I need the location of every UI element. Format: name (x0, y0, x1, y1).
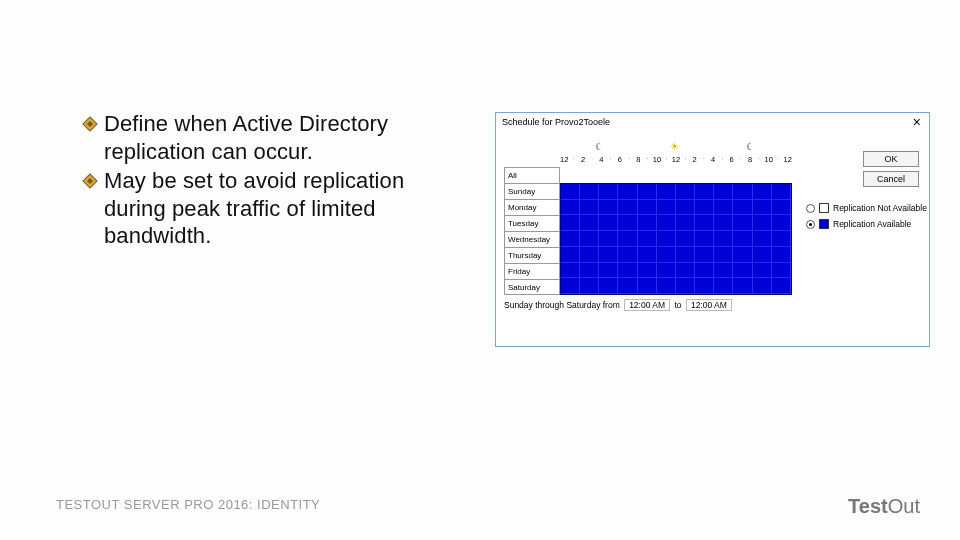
moon-icon: ☾ (595, 141, 604, 152)
radio-icon[interactable] (806, 204, 815, 213)
status-range: Sunday through Saturday from (504, 300, 620, 310)
legend-label: Replication Not Available (833, 203, 927, 213)
brand-logo: TestOut (848, 495, 920, 518)
day-wednesday[interactable]: Wednesday (504, 231, 560, 247)
day-thursday[interactable]: Thursday (504, 247, 560, 263)
legend-label: Replication Available (833, 219, 911, 229)
hour-labels: 12· 2· 4· 6· 8· 10· 12· 2· 4· 6· 8· 10· … (560, 155, 792, 164)
bullet-item: Define when Active Directory replication… (82, 110, 462, 165)
bullet-text: May be set to avoid replication during p… (104, 167, 462, 250)
moon-icon: ☾ (746, 141, 755, 152)
brand-bold: Test (848, 495, 888, 517)
radio-icon[interactable] (806, 220, 815, 229)
close-icon[interactable]: × (913, 115, 921, 129)
status-to: 12:00 AM (686, 299, 732, 311)
swatch-white-icon (819, 203, 829, 213)
day-sunday[interactable]: Sunday (504, 183, 560, 199)
day-tuesday[interactable]: Tuesday (504, 215, 560, 231)
day-labels: All Sunday Monday Tuesday Wednesday Thur… (504, 167, 560, 295)
footer-course-title: TESTOUT SERVER PRO 2016: IDENTITY (56, 497, 320, 512)
sun-icon: ☀ (670, 141, 679, 152)
ok-button[interactable]: OK (863, 151, 919, 167)
dialog-title: Schedule for Provo2Tooele (502, 117, 610, 127)
status-to-word: to (674, 300, 681, 310)
all-row-cells[interactable] (560, 167, 792, 183)
brand-thin: Out (888, 495, 920, 517)
day-saturday[interactable]: Saturday (504, 279, 560, 295)
swatch-blue-icon (819, 219, 829, 229)
bullet-list: Define when Active Directory replication… (82, 110, 462, 252)
day-all[interactable]: All (504, 167, 560, 183)
time-of-day-icons: ☾ ☀ ☾ (562, 141, 788, 152)
bullet-item: May be set to avoid replication during p… (82, 167, 462, 250)
legend-available[interactable]: Replication Available (806, 219, 921, 229)
legend: Replication Not Available Replication Av… (806, 203, 921, 235)
day-monday[interactable]: Monday (504, 199, 560, 215)
status-line: Sunday through Saturday from 12:00 AM to… (504, 299, 734, 311)
schedule-dialog: Schedule for Provo2Tooele × OK Cancel Re… (495, 112, 930, 347)
schedule-cells[interactable] (560, 183, 792, 295)
legend-not-available[interactable]: Replication Not Available (806, 203, 921, 213)
diamond-bullet-icon (82, 173, 98, 189)
day-friday[interactable]: Friday (504, 263, 560, 279)
bullet-text: Define when Active Directory replication… (104, 110, 462, 165)
cancel-button[interactable]: Cancel (863, 171, 919, 187)
diamond-bullet-icon (82, 116, 98, 132)
status-from: 12:00 AM (624, 299, 670, 311)
